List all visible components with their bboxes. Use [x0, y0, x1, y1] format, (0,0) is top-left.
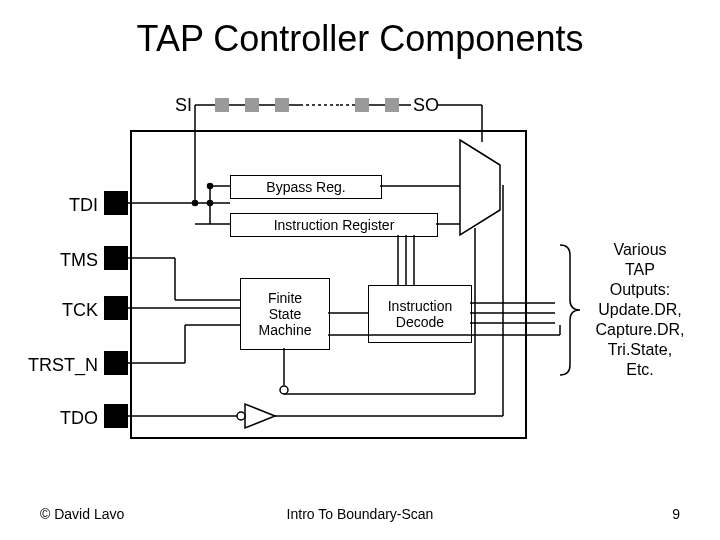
footer-title: Intro To Boundary-Scan [0, 506, 720, 522]
txt: Outputs: [585, 280, 695, 300]
idec-label: Instruction Decode [388, 298, 453, 330]
txt: Finite [259, 290, 312, 306]
bypass-register: Bypass Reg. [230, 175, 382, 199]
bsc-cell [215, 98, 229, 112]
label-tdi: TDI [28, 195, 98, 216]
fsm-label: Finite State Machine [259, 290, 312, 338]
pad-tms [104, 246, 128, 270]
txt: Tri.State, [585, 340, 695, 360]
txt: Capture.DR, [585, 320, 695, 340]
label-tms: TMS [28, 250, 98, 271]
bypass-register-label: Bypass Reg. [266, 179, 345, 195]
instruction-register: Instruction Register [230, 213, 438, 237]
slide-title: TAP Controller Components [0, 18, 720, 60]
txt: Decode [388, 314, 453, 330]
label-trstn: TRST_N [28, 355, 98, 376]
pad-tdo [104, 404, 128, 428]
txt: TAP [585, 260, 695, 280]
pad-tck [104, 296, 128, 320]
txt: Update.DR, [585, 300, 695, 320]
pad-tdi [104, 191, 128, 215]
label-si: SI [175, 95, 192, 116]
outputs-note: Various TAP Outputs: Update.DR, Capture.… [585, 240, 695, 380]
bsc-cell [385, 98, 399, 112]
label-tck: TCK [28, 300, 98, 321]
finite-state-machine: Finite State Machine [240, 278, 330, 350]
pad-trstn [104, 351, 128, 375]
txt: State [259, 306, 312, 322]
bsc-cell [245, 98, 259, 112]
instruction-register-label: Instruction Register [274, 217, 395, 233]
txt: Machine [259, 322, 312, 338]
bsc-cell [275, 98, 289, 112]
txt: Various [585, 240, 695, 260]
label-so: SO [413, 95, 439, 116]
instruction-decode: Instruction Decode [368, 285, 472, 343]
footer-page-number: 9 [672, 506, 680, 522]
txt: Etc. [585, 360, 695, 380]
bsc-cell [355, 98, 369, 112]
txt: Instruction [388, 298, 453, 314]
label-tdo: TDO [28, 408, 98, 429]
